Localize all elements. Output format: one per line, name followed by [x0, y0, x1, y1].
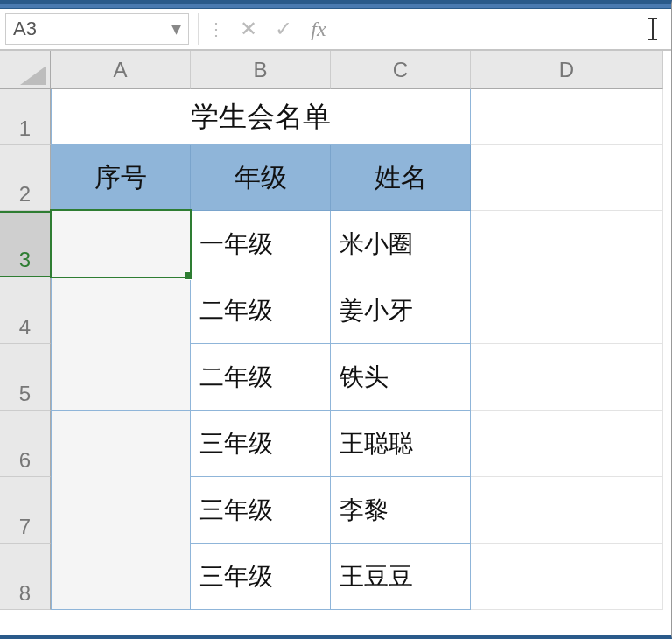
- cell-A5[interactable]: [51, 344, 191, 411]
- separator: [198, 13, 199, 45]
- cell-B7[interactable]: 三年级: [191, 477, 331, 544]
- row-header-7[interactable]: 7: [0, 477, 51, 544]
- cell-A8[interactable]: [51, 544, 191, 610]
- header-grade[interactable]: 年级: [191, 145, 331, 211]
- cell-B4[interactable]: 二年级: [191, 277, 331, 344]
- confirm-icon[interactable]: ✓: [266, 13, 301, 45]
- cell-D5[interactable]: [471, 344, 663, 411]
- cell-B8[interactable]: 三年级: [191, 544, 331, 610]
- cell-C5[interactable]: 铁头: [331, 344, 471, 411]
- row-header-8[interactable]: 8: [0, 544, 51, 610]
- cell-D6[interactable]: [471, 411, 663, 477]
- cell-D3[interactable]: [471, 211, 663, 277]
- text-cursor-icon: [647, 18, 659, 40]
- header-name[interactable]: 姓名: [331, 145, 471, 211]
- cell-D1[interactable]: [471, 89, 663, 145]
- formula-input[interactable]: [336, 13, 666, 45]
- cell-B6[interactable]: 三年级: [191, 411, 331, 477]
- row-header-4[interactable]: 4: [0, 277, 51, 344]
- cell-C3[interactable]: 米小圈: [331, 211, 471, 277]
- row-header-5[interactable]: 5: [0, 344, 51, 411]
- cell-B5[interactable]: 二年级: [191, 344, 331, 411]
- cell-A7[interactable]: [51, 477, 191, 544]
- more-icon: ⋮: [207, 18, 222, 39]
- cell-C6[interactable]: 王聪聪: [331, 411, 471, 477]
- col-header-C[interactable]: C: [331, 51, 471, 89]
- cancel-icon[interactable]: ✕: [231, 13, 266, 45]
- title-cell[interactable]: 学生会名单: [51, 89, 471, 145]
- select-all-corner[interactable]: [0, 51, 51, 89]
- fx-icon[interactable]: fx: [301, 13, 336, 45]
- cell-D8[interactable]: [471, 544, 663, 610]
- col-header-B[interactable]: B: [191, 51, 331, 89]
- cell-D7[interactable]: [471, 477, 663, 544]
- cell-A3[interactable]: [51, 211, 191, 277]
- cell-B3[interactable]: 一年级: [191, 211, 331, 277]
- cell-D4[interactable]: [471, 277, 663, 344]
- formula-bar: A3 ▾ ⋮ ✕ ✓ fx: [0, 9, 671, 51]
- header-seq[interactable]: 序号: [51, 145, 191, 211]
- name-box-value: A3: [13, 18, 37, 40]
- cell-C4[interactable]: 姜小牙: [331, 277, 471, 344]
- spreadsheet: A B C D 1 学生会名单 2 序号 年级 姓名 3 一年级 米小圈 4 二…: [0, 51, 671, 610]
- row-header-2[interactable]: 2: [0, 145, 51, 211]
- row-header-3[interactable]: 3: [0, 211, 51, 277]
- cell-D2[interactable]: [471, 145, 663, 211]
- cell-A4[interactable]: [51, 277, 191, 344]
- chevron-down-icon[interactable]: ▾: [172, 18, 181, 40]
- name-box[interactable]: A3 ▾: [5, 13, 189, 45]
- row-header-6[interactable]: 6: [0, 411, 51, 477]
- cell-A6[interactable]: [51, 411, 191, 477]
- cell-C7[interactable]: 李黎: [331, 477, 471, 544]
- row-header-1[interactable]: 1: [0, 89, 51, 145]
- col-header-D[interactable]: D: [471, 51, 663, 89]
- cell-C8[interactable]: 王豆豆: [331, 544, 471, 610]
- col-header-A[interactable]: A: [51, 51, 191, 89]
